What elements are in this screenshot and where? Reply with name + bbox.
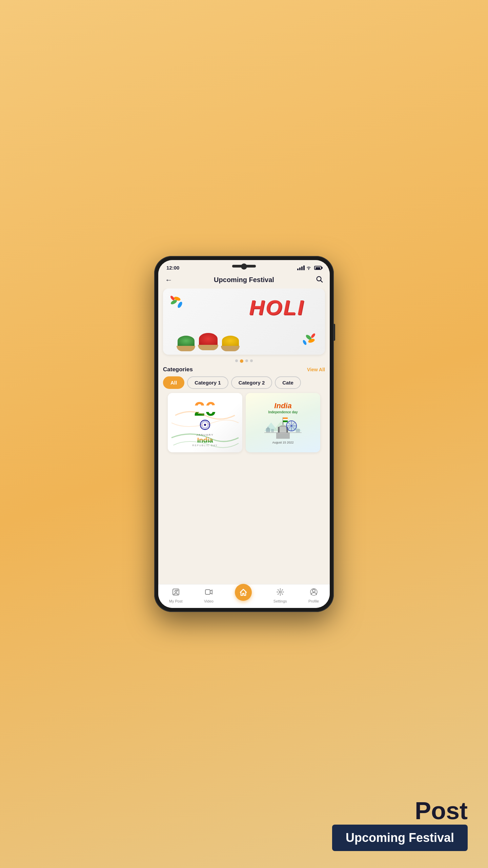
decoration-leaf-topleft (170, 295, 185, 311)
svg-line-26 (206, 421, 207, 422)
yellow-bowl (221, 336, 240, 351)
republic-month: JANUARY (192, 433, 218, 436)
red-bowl (198, 333, 218, 351)
search-button[interactable] (316, 275, 323, 284)
republic-india-text: India (192, 436, 218, 444)
categories-section: Categories View All All Category 1 Categ… (158, 366, 330, 452)
svg-rect-37 (283, 417, 288, 419)
upcoming-banner-text: Upcoming Festival (346, 831, 454, 845)
categories-header: Categories View All (163, 366, 325, 373)
settings-label: Settings (273, 599, 287, 603)
independence-date: August 15 2022 (264, 441, 302, 444)
independence-content: India Independence day (262, 399, 304, 447)
battery-icon (314, 266, 322, 270)
festival-grid: 26 (163, 393, 325, 452)
svg-point-4 (177, 301, 183, 309)
dot-3[interactable] (245, 359, 248, 362)
svg-rect-49 (296, 429, 300, 432)
svg-point-8 (302, 339, 307, 346)
dot-2[interactable] (240, 359, 243, 363)
nav-my-post[interactable]: My Post (169, 588, 183, 603)
my-post-icon (172, 588, 180, 598)
svg-point-11 (204, 424, 206, 426)
phone-device: 12:00 ← Upcoming Festival (154, 256, 334, 612)
svg-line-19 (202, 427, 203, 428)
republic-content: 26 (189, 396, 221, 450)
home-icon-circle[interactable] (235, 584, 252, 601)
video-icon (205, 588, 213, 598)
republic-day-card[interactable]: 26 (168, 393, 242, 452)
profile-icon (310, 588, 318, 598)
video-label: Video (204, 599, 214, 603)
dot-1[interactable] (235, 359, 238, 362)
svg-point-52 (175, 590, 177, 592)
independence-subtitle: Independence day (264, 410, 302, 414)
independence-day-card[interactable]: India Independence day (246, 393, 320, 452)
upcoming-banner: Upcoming Festival (332, 825, 468, 851)
nav-home[interactable] (235, 591, 252, 601)
status-icons (297, 265, 322, 270)
back-button[interactable]: ← (165, 276, 172, 284)
profile-label: Profile (308, 599, 319, 603)
pill-category3[interactable]: Cate (275, 376, 301, 389)
carousel-dots (158, 359, 330, 363)
phone-screen: 12:00 ← Upcoming Festival (158, 260, 330, 608)
svg-line-21 (207, 426, 209, 427)
holi-title: HOLI (249, 295, 305, 319)
svg-line-18 (207, 422, 208, 423)
svg-line-23 (206, 427, 207, 429)
svg-rect-48 (271, 429, 274, 432)
svg-rect-38 (283, 419, 288, 420)
svg-point-55 (279, 591, 281, 593)
signal-icon (297, 265, 305, 270)
wifi-icon (306, 266, 311, 270)
svg-line-25 (201, 426, 203, 427)
dot-4[interactable] (250, 359, 253, 362)
bottom-nav: My Post Video (158, 584, 330, 608)
category-pills: All Category 1 Category 2 Cate (163, 376, 325, 389)
status-bar: 12:00 (158, 260, 330, 273)
pill-category2[interactable]: Category 2 (231, 376, 272, 389)
pill-all[interactable]: All (163, 376, 184, 389)
holi-bowls (177, 336, 240, 351)
app-content: HOLI (158, 289, 330, 584)
green-bowl (177, 336, 195, 351)
app-header: ← Upcoming Festival (158, 273, 330, 289)
nav-profile[interactable]: Profile (308, 588, 319, 603)
post-label: Post (332, 797, 468, 825)
nav-settings[interactable]: Settings (273, 588, 287, 603)
svg-line-27 (204, 427, 204, 429)
svg-point-56 (312, 589, 315, 592)
nav-video[interactable]: Video (204, 588, 214, 603)
pill-category1[interactable]: Category 1 (187, 376, 228, 389)
svg-line-22 (204, 421, 204, 422)
svg-line-1 (321, 280, 322, 282)
bottom-labels: Post Upcoming Festival (332, 797, 468, 851)
my-post-label: My Post (169, 599, 183, 603)
india-gate-illustration (264, 414, 302, 439)
svg-rect-34 (278, 427, 280, 433)
settings-icon (276, 588, 284, 598)
svg-rect-39 (283, 420, 288, 422)
svg-line-20 (201, 423, 203, 424)
ashoka-wheel (192, 419, 218, 433)
decoration-leaf-bottomright (301, 332, 317, 348)
svg-rect-47 (267, 427, 269, 429)
side-button (334, 324, 335, 341)
svg-line-17 (207, 427, 208, 428)
page-title: Upcoming Festival (214, 276, 274, 284)
independence-india-text: India (264, 401, 302, 410)
republic-subtitle: REPUBLIC DAY (192, 444, 218, 447)
view-all-button[interactable]: View All (307, 367, 325, 372)
svg-line-16 (202, 422, 203, 423)
categories-title: Categories (163, 366, 193, 373)
status-time: 12:00 (166, 265, 179, 271)
svg-line-24 (207, 423, 209, 424)
svg-rect-54 (205, 590, 210, 594)
republic-number: 26 (192, 399, 218, 419)
hero-banner[interactable]: HOLI (163, 289, 325, 355)
